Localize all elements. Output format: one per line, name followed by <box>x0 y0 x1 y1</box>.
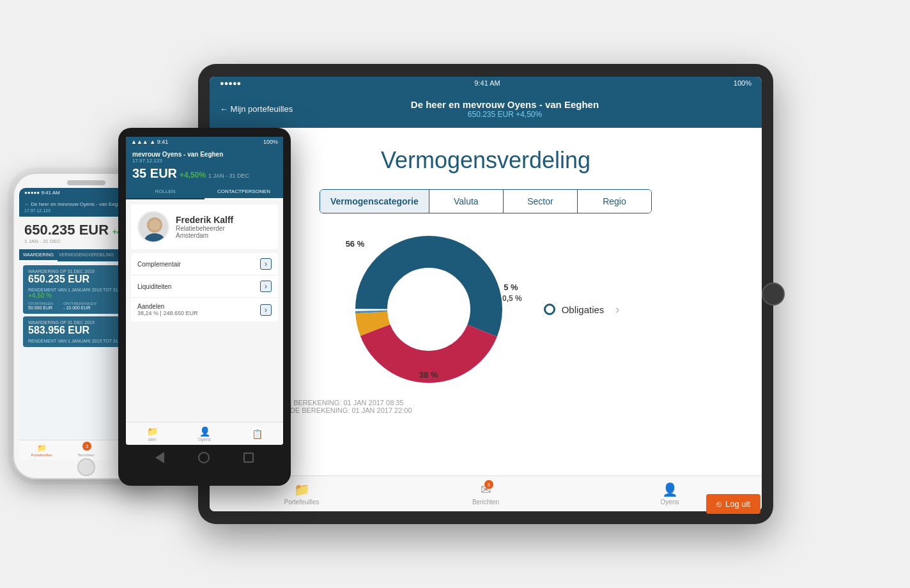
legend-circle-obligaties <box>544 304 555 315</box>
tablet-time: 9:41 AM <box>474 79 500 87</box>
android-row-aandelen-info: Aandelen 38,24 % | 248.650 EUR <box>137 303 197 316</box>
tablet-signal: ●●●●● <box>220 79 241 87</box>
tablet-nav-label-berichten: Berichten <box>472 499 499 506</box>
log-out-button[interactable]: ⎋ Log uit <box>706 494 760 514</box>
android-nav-sten[interactable]: 📁 sten <box>126 422 178 445</box>
android-content: Frederik Kalff Relatiebeheerder Amsterda… <box>126 199 283 422</box>
chart-label-5: 5 % <box>504 282 518 292</box>
android-main-value: 35 EUR <box>132 166 177 181</box>
tablet-bottom-nav: 📁 Portefeuilles ✉ 3 Berichten 👤 Oyens <box>210 476 762 511</box>
legend-obligaties: Obligaties › <box>544 303 620 316</box>
iphone-nav-portefeuilles-icon: 📁 <box>37 444 47 453</box>
android-home-btn[interactable] <box>198 452 210 463</box>
android-rows: Complementair › Liquiditeiten › Aandelen… <box>131 253 278 321</box>
iphone-eur-value: 650.235 EUR <box>24 222 109 238</box>
iphone-berichten-badge: 3 <box>82 442 91 451</box>
iphone-onttrekkingen: ONTTREKKINGEN - 10.000 EUR <box>63 302 96 310</box>
iphone-home-button[interactable] <box>77 458 95 476</box>
android-status-bar: ▲▲▲ ▲ 9:41 100% <box>126 137 283 147</box>
berichten-badge: 3 <box>484 480 493 489</box>
donut-hole <box>390 271 467 348</box>
legend-label-obligaties: Obligaties <box>562 304 605 315</box>
android-contact-role: Relatiebeheerder <box>176 225 233 232</box>
iphone-nav-berichten-label: Berichten <box>78 453 94 457</box>
log-out-label: Log uit <box>725 499 750 509</box>
last-calculation: LAATSTE BEREKENING: 01 JAN 2017 08:35 <box>261 399 736 406</box>
tablet-nav-label-oyens: Oyens <box>661 499 679 506</box>
android-contact-card: Frederik Kalff Relatiebeheerder Amsterda… <box>131 205 278 249</box>
tablet-client-name: De heer en mevrouw Oyens - van Eeghen <box>322 99 688 110</box>
tablet-chart-area: 56 % 5 % 0,5 % 38 % <box>235 233 736 386</box>
android-main-green: +4,50% <box>180 171 206 180</box>
android-screen: ▲▲▲ ▲ 9:41 100% mevrouw Oyens - van Eegh… <box>126 137 283 445</box>
android-tab-contactpersonen[interactable]: CONTACTPERSONEN <box>204 185 283 199</box>
android-row-complementair[interactable]: Complementair › <box>131 253 278 275</box>
chart-label-05: 0,5 % <box>502 294 522 303</box>
berichten-icon: ✉ 3 <box>481 482 491 497</box>
android-tabs[interactable]: ROLLEN CONTACTPERSONEN <box>126 185 283 199</box>
page-title: Vermogensverdeling <box>235 147 736 174</box>
android-contact-name: Frederik Kalff <box>176 215 233 225</box>
tablet-header: ← Mijn portefeuilles De heer en mevrouw … <box>210 89 762 128</box>
iphone-tab-vermogensverdeling[interactable]: VERMOGENSVERDELING <box>58 249 115 261</box>
iphone-tab-waardering[interactable]: WAARDERING <box>19 249 58 261</box>
android-row-arrow-aandelen[interactable]: › <box>260 304 272 316</box>
android-row-label-liquiditeiten: Liquiditeiten <box>137 283 171 290</box>
tablet-content: Vermogensverdeling Vermogenscategorie Va… <box>210 128 762 476</box>
portefeuilles-icon: 📁 <box>294 482 310 497</box>
android-back-btn[interactable] <box>155 452 164 463</box>
iphone-nav-portefeuilles[interactable]: 📁 Portefeuilles <box>19 440 64 460</box>
android-nav-oyens[interactable]: 👤 Oyens <box>178 422 231 445</box>
tablet-nav-berichten[interactable]: ✉ 3 Berichten <box>394 476 578 511</box>
iphone-speaker <box>67 180 105 185</box>
next-calculation: VOLGENDE BEREKENING: 01 JAN 2017 22:00 <box>261 406 736 414</box>
android-recent-btn[interactable] <box>243 453 254 463</box>
oyens-icon: 👤 <box>662 482 678 497</box>
android-nav-active[interactable]: 📋 <box>231 422 283 445</box>
iphone-nav-portefeuilles-label: Portefeuilles <box>31 453 52 457</box>
android-account-num: 17.97.12.123 <box>132 158 277 164</box>
iphone-status-left: ●●●●● 9:41 AM <box>24 190 60 196</box>
android-nav-active-icon: 📋 <box>251 428 264 440</box>
tablet-tabs[interactable]: Vermogenscategorie Valuta Sector Regio <box>320 189 652 213</box>
log-out-icon: ⎋ <box>716 499 721 509</box>
tab-valuta[interactable]: Valuta <box>429 190 504 213</box>
android-header: mevrouw Oyens - van Eeghen 17.97.12.123 … <box>126 147 283 185</box>
android-main-date: 1 JAN - 31 DEC <box>208 173 249 179</box>
android-status-left: ▲▲▲ ▲ 9:41 <box>131 139 168 145</box>
iphone-stortingen: STORTINGEN 50.000 EUR <box>28 302 53 310</box>
android-phone: ▲▲▲ ▲ 9:41 100% mevrouw Oyens - van Eegh… <box>118 128 291 486</box>
tab-sector[interactable]: Sector <box>504 190 578 213</box>
tablet-nav-label-portefeuilles: Portefeuilles <box>284 499 319 506</box>
tablet-status-bar: ●●●●● 9:41 AM 100% <box>210 77 762 89</box>
tablet-screen: ●●●●● 9:41 AM 100% ← Mijn portefeuilles … <box>210 77 762 511</box>
iphone-nav-berichten[interactable]: ✉ 3 Berichten <box>64 440 109 460</box>
android-contact-info: Frederik Kalff Relatiebeheerder Amsterda… <box>176 215 233 239</box>
android-row-arrow-liquiditeiten[interactable]: › <box>260 281 272 292</box>
svg-point-2 <box>149 219 160 231</box>
android-nav-oyens-icon: 👤 <box>199 426 210 437</box>
donut-chart: 56 % 5 % 0,5 % 38 % <box>352 233 505 386</box>
android-contact-avatar <box>137 211 169 243</box>
android-row-arrow-complementair[interactable]: › <box>260 258 272 270</box>
android-row-label-aandelen: Aandelen <box>137 303 197 310</box>
chart-label-56: 56 % <box>346 239 365 249</box>
svg-point-1 <box>144 233 165 243</box>
android-row-aandelen[interactable]: Aandelen 38,24 % | 248.650 EUR › <box>131 298 278 321</box>
tablet-home-button[interactable] <box>762 282 785 306</box>
legend-arrow-obligaties[interactable]: › <box>615 303 619 316</box>
android-nav-oyens-label: Oyens <box>198 437 211 442</box>
android-tab-rollen[interactable]: ROLLEN <box>126 185 204 199</box>
tablet-back-button[interactable]: ← Mijn portefeuilles <box>220 104 293 114</box>
android-row-liquiditeiten[interactable]: Liquiditeiten › <box>131 275 278 298</box>
android-row-label-complementair: Complementair <box>137 261 181 268</box>
android-row-aandelen-pct: 38,24 % | 248.650 EUR <box>137 310 197 316</box>
donut-svg <box>352 233 505 386</box>
tablet-footer-info: LAATSTE BEREKENING: 01 JAN 2017 08:35 VO… <box>235 399 736 414</box>
tab-vermogenscategorie[interactable]: Vermogenscategorie <box>320 190 429 213</box>
tablet-battery: 100% <box>734 79 752 87</box>
android-status-right: 100% <box>263 139 278 145</box>
android-bottom-nav: 📁 sten 👤 Oyens 📋 <box>126 422 283 445</box>
tab-regio[interactable]: Regio <box>578 190 651 213</box>
android-nav-sten-label: sten <box>148 437 156 442</box>
